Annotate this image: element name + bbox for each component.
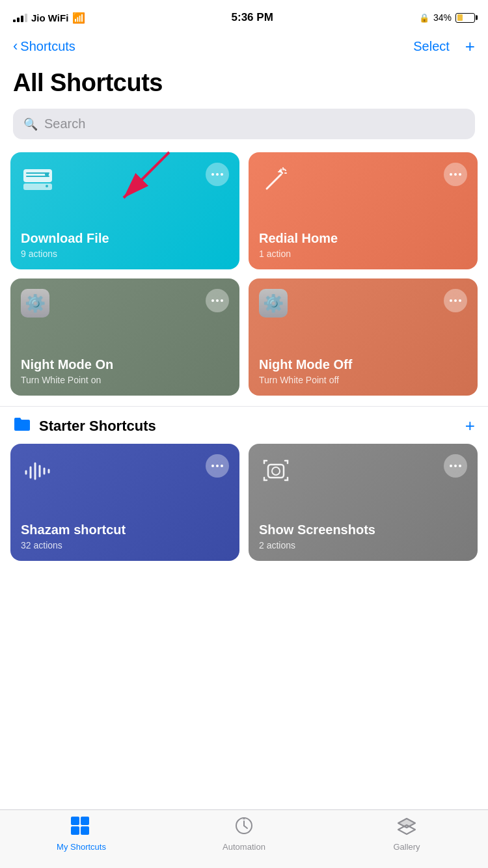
wifi-icon: 📶 [72, 12, 85, 24]
shazam-icon [21, 454, 55, 488]
svg-rect-25 [71, 826, 79, 835]
screenshots-more-button[interactable] [444, 454, 467, 478]
svg-line-29 [244, 826, 247, 828]
card-top [259, 163, 467, 197]
svg-line-8 [267, 174, 281, 189]
svg-rect-24 [81, 817, 89, 825]
card-top [259, 454, 467, 488]
svg-rect-26 [81, 826, 89, 835]
status-bar: Jio WiFi 📶 5:36 PM 🔒 34% [0, 0, 488, 33]
svg-point-6 [45, 172, 49, 176]
card-subtitle: Turn White Point on [21, 375, 229, 385]
search-container: 🔍 Search [0, 109, 488, 152]
card-title: Download File [21, 230, 229, 246]
status-right: 🔒 34% [419, 12, 475, 23]
select-button[interactable]: Select [413, 39, 450, 54]
clock-icon [235, 817, 253, 839]
section-title-group: Starter Shortcuts [13, 416, 156, 436]
signal-bars [13, 13, 27, 22]
battery-percent: 34% [433, 12, 452, 23]
svg-point-22 [272, 467, 280, 475]
svg-marker-32 [398, 819, 415, 828]
card-title: Shazam shortcut [21, 522, 229, 537]
tab-my-shortcuts[interactable]: My Shortcuts [42, 817, 120, 852]
lock-icon: 🔒 [419, 13, 429, 23]
shazam-more-button[interactable] [206, 454, 229, 478]
search-icon: 🔍 [23, 117, 38, 131]
card-bottom: Redial Home 1 action [259, 211, 467, 259]
chevron-left-icon: ‹ [13, 39, 18, 53]
download-file-more-button[interactable] [206, 163, 229, 186]
card-title: Show Screenshots [259, 522, 467, 537]
card-subtitle: 2 actions [259, 540, 467, 550]
card-bottom: Night Mode On Turn White Point on [21, 337, 229, 385]
tab-gallery-label: Gallery [393, 842, 420, 852]
shortcut-card-redial-home[interactable]: Redial Home 1 action [249, 152, 478, 269]
back-label: Shortcuts [20, 39, 75, 54]
card-subtitle: Turn White Point off [259, 375, 467, 385]
shortcut-card-show-screenshots[interactable]: Show Screenshots 2 actions [249, 444, 478, 561]
shortcut-card-night-mode-off[interactable]: ⚙️ Night Mode Off Turn White Point off [249, 278, 478, 396]
shortcut-card-shazam[interactable]: Shazam shortcut 32 actions [10, 444, 239, 561]
card-subtitle: 1 action [259, 249, 467, 259]
card-bottom: Download File 9 actions [21, 211, 229, 259]
layers-icon [397, 817, 416, 839]
card-title: Night Mode On [21, 357, 229, 372]
night-mode-off-more-button[interactable] [444, 289, 467, 312]
card-top [21, 163, 229, 197]
signal-bar-2 [17, 18, 20, 22]
search-placeholder: Search [44, 116, 85, 131]
carrier-name: Jio WiFi [31, 12, 68, 23]
tab-automation[interactable]: Automation [205, 817, 283, 852]
starter-shortcuts-title: Starter Shortcuts [39, 418, 156, 435]
tab-bar: My Shortcuts Automation Gallery [0, 809, 488, 868]
signal-bar-3 [21, 16, 23, 22]
card-top: ⚙️ [21, 289, 229, 318]
back-button[interactable]: ‹ Shortcuts [13, 39, 75, 54]
card-bottom: Shazam shortcut 32 actions [21, 502, 229, 550]
svg-line-12 [284, 169, 286, 170]
starter-shortcuts-grid: Shazam shortcut 32 actions [0, 444, 488, 571]
tab-automation-label: Automation [223, 842, 265, 852]
shortcuts-grid: Download File 9 actions [0, 152, 488, 406]
shortcut-card-night-mode-on[interactable]: ⚙️ Night Mode On Turn White Point on [10, 278, 239, 396]
battery-indicator [455, 13, 475, 23]
download-file-icon [21, 163, 55, 197]
svg-point-7 [46, 185, 48, 187]
tab-my-shortcuts-label: My Shortcuts [57, 842, 106, 852]
signal-bar-4 [25, 14, 27, 22]
card-title: Redial Home [259, 230, 467, 246]
screenshot-icon [259, 454, 293, 488]
card-subtitle: 9 actions [21, 249, 229, 259]
redial-home-more-button[interactable] [444, 163, 467, 186]
nav-bar: ‹ Shortcuts Select + [0, 33, 488, 62]
svg-rect-23 [71, 817, 79, 825]
grid-icon [71, 817, 92, 839]
night-mode-on-icon: ⚙️ [21, 289, 49, 318]
shortcut-card-download-file[interactable]: Download File 9 actions [10, 152, 239, 269]
add-shortcut-button[interactable]: + [465, 38, 475, 55]
battery-fill [457, 14, 463, 21]
card-bottom: Night Mode Off Turn White Point off [259, 337, 467, 385]
nav-right-actions: Select + [413, 38, 475, 55]
status-time: 5:36 PM [232, 11, 273, 24]
night-mode-on-more-button[interactable] [206, 289, 229, 312]
card-top [21, 454, 229, 488]
search-bar[interactable]: 🔍 Search [13, 109, 475, 139]
night-mode-off-icon: ⚙️ [259, 289, 288, 318]
shortcuts-grid-wrapper: Download File 9 actions [0, 152, 488, 406]
folder-icon [13, 416, 31, 436]
tab-gallery[interactable]: Gallery [368, 817, 446, 852]
page-title: All Shortcuts [0, 62, 488, 109]
status-left: Jio WiFi 📶 [13, 12, 85, 24]
redial-home-icon [259, 163, 293, 197]
card-top: ⚙️ [259, 289, 467, 318]
add-starter-shortcut-button[interactable]: + [465, 416, 475, 436]
starter-shortcuts-header: Starter Shortcuts + [0, 406, 488, 444]
card-title: Night Mode Off [259, 357, 467, 372]
card-subtitle: 32 actions [21, 540, 229, 550]
card-bottom: Show Screenshots 2 actions [259, 502, 467, 550]
signal-bar-1 [13, 20, 16, 22]
